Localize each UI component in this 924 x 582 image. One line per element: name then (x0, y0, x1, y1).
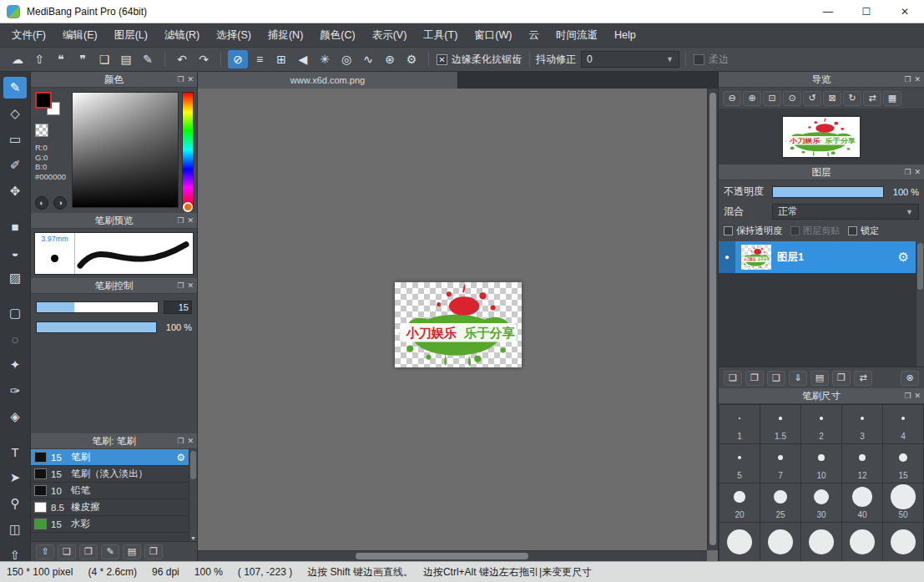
brush-size-cell[interactable]: 5 (720, 444, 760, 483)
brush-folder-icon[interactable]: ▤ (123, 544, 141, 559)
blend-mode-select[interactable]: 正常 ▼ (772, 204, 919, 220)
minimize-button[interactable]: — (809, 0, 847, 23)
saturation-value-picker[interactable] (72, 92, 179, 208)
operation-tool[interactable]: ➤ (3, 467, 27, 488)
brush-list-scrollbar[interactable]: ▼ (189, 449, 197, 541)
edit-document-icon[interactable]: ✎ (138, 50, 158, 68)
scroll-down-arrow[interactable]: ▼ (189, 535, 197, 541)
popout-icon[interactable]: ❐ (904, 392, 911, 400)
menu-item-3[interactable]: 图层(L) (106, 23, 156, 48)
document-list-icon[interactable]: ▤ (116, 50, 136, 68)
scrollbar-thumb[interactable] (190, 451, 196, 479)
brush-size-cell[interactable]: 1 (720, 405, 760, 443)
menu-item-6[interactable]: 捕捉(N) (260, 23, 311, 48)
select-rect-tool[interactable]: ▢ (3, 302, 27, 324)
actual-size-icon[interactable]: ⊙ (783, 91, 801, 106)
menu-item-11[interactable]: 云 (520, 23, 548, 48)
close-icon[interactable]: ✕ (914, 392, 921, 400)
menu-item-7[interactable]: 颜色(C) (311, 23, 363, 48)
hue-bar[interactable] (182, 92, 194, 208)
menu-item-8[interactable]: 表示(V) (364, 23, 416, 48)
flip-horizontal-icon[interactable]: ⇄ (863, 91, 881, 106)
brush-size-cell-partial[interactable] (801, 523, 841, 561)
brush-size-cell[interactable]: 40 (842, 483, 882, 522)
select-pen-tool[interactable]: ✑ (3, 380, 27, 402)
brush-size-cell[interactable]: 4 (883, 405, 923, 443)
brush-size-cell[interactable]: 3 (842, 405, 882, 443)
brush-settings-gear-icon[interactable]: ⚙ (176, 452, 185, 463)
new-layer-icon[interactable]: ❏ (724, 371, 742, 386)
menu-item-13[interactable]: Help (606, 23, 644, 48)
snap-grid-icon[interactable]: ⊞ (271, 50, 291, 68)
rotate-left-icon[interactable]: ↺ (803, 91, 821, 106)
brush-size-cell-partial[interactable] (760, 523, 800, 561)
soft-edge-checkbox[interactable]: 柔边 (694, 53, 729, 67)
brush-size-cell[interactable]: 25 (760, 483, 800, 522)
new-1bit-layer-icon[interactable]: ❑ (767, 371, 785, 386)
fit-screen-icon[interactable]: ⊡ (763, 91, 781, 106)
upload-brush-icon[interactable]: ⇧ (36, 544, 54, 559)
antialias-checkbox-box[interactable]: ✕ (437, 54, 447, 65)
menu-item-9[interactable]: 工具(T) (415, 23, 466, 48)
select-eraser-tool[interactable]: ◈ (3, 406, 27, 428)
text-tool[interactable]: T (3, 441, 27, 463)
undo-icon[interactable]: ↶ (172, 50, 192, 68)
checkbox-box[interactable] (848, 226, 857, 235)
popout-icon[interactable]: ❐ (177, 281, 184, 290)
new-document-icon[interactable]: ❏ (94, 50, 114, 68)
canvas-area[interactable]: 小刀娱乐乐于分享 (198, 89, 718, 561)
gradient-tool[interactable]: ▨ (3, 267, 27, 289)
brush-size-cell[interactable]: 10 (801, 444, 841, 483)
brush-size-cell[interactable]: 1.5 (760, 405, 800, 443)
cloud-icon[interactable]: ☁ (8, 50, 28, 68)
brush-size-cell[interactable]: 2 (801, 405, 841, 443)
new-brush-icon[interactable]: ❏ (58, 544, 76, 559)
brush-size-cell[interactable]: 30 (801, 483, 841, 522)
stabilizer-select[interactable]: 0 ▼ (581, 51, 679, 68)
brush-item[interactable]: 15水彩 (31, 516, 189, 533)
upload-icon[interactable]: ⇧ (29, 50, 49, 68)
snap-vanishing-point-icon[interactable]: ◀ (293, 50, 313, 68)
layer-opacity-slider[interactable] (772, 186, 884, 198)
move-tool[interactable]: ✥ (3, 180, 27, 202)
pen-tool[interactable]: ✐ (3, 154, 27, 176)
transfer-layer-icon[interactable]: ⇄ (854, 371, 872, 386)
menu-item-1[interactable]: 文件(F) (3, 23, 54, 48)
popout-icon[interactable]: ❐ (177, 437, 184, 445)
transparent-color-swatch[interactable] (35, 124, 48, 137)
divide-tool[interactable]: ◫ (3, 519, 27, 540)
duplicate-layer-icon[interactable]: ❒ (832, 371, 851, 386)
snap-parallel-icon[interactable]: ≡ (250, 50, 270, 68)
layer-visibility-icon[interactable]: ● (719, 241, 735, 273)
snap-curve-icon[interactable]: ∿ (358, 50, 378, 68)
snap-settings-icon[interactable]: ⊛ (380, 50, 400, 68)
magic-wand-tool[interactable]: ✦ (3, 354, 27, 376)
layer-row[interactable]: ● 小刀娱乐乐于分享 图层1 ⚙ (719, 241, 916, 273)
layer-list-scrollbar[interactable] (916, 241, 924, 367)
close-icon[interactable]: ✕ (914, 75, 921, 84)
popout-icon[interactable]: ❐ (904, 75, 911, 84)
document-tab[interactable]: www.x6d.com.png (198, 72, 458, 89)
dot-tool[interactable]: ▭ (3, 129, 27, 150)
close-icon[interactable]: ✕ (187, 437, 194, 445)
close-icon[interactable]: ✕ (187, 216, 194, 225)
layer-settings-gear-icon[interactable]: ⚙ (898, 250, 909, 265)
eraser-tool[interactable]: ◇ (3, 103, 27, 124)
duplicate-brush-icon[interactable]: ❒ (144, 544, 163, 559)
brush-size-cell-partial[interactable] (883, 523, 923, 561)
brush-size-cell[interactable]: 20 (720, 483, 760, 522)
brush-opacity-slider[interactable] (36, 321, 157, 333)
comment-list-icon[interactable]: ❞ (73, 50, 93, 68)
redo-icon[interactable]: ↷ (194, 50, 214, 68)
palette-button[interactable]: ◑ (53, 196, 67, 210)
delete-layer-icon[interactable]: ⊗ (901, 371, 919, 386)
canvas-vertical-scrollbar[interactable] (707, 89, 718, 550)
lock-checkbox[interactable]: 锁定 (848, 225, 879, 237)
snap-cross-icon[interactable]: ✳ (315, 50, 335, 68)
brush-size-value[interactable]: 15 (164, 301, 192, 314)
menu-item-2[interactable]: 编辑(E) (54, 23, 106, 48)
brush-item[interactable]: 15笔刷（淡入淡出） (31, 466, 189, 483)
snap-concentric-icon[interactable]: ◎ (336, 50, 356, 68)
scrollbar-thumb[interactable] (917, 243, 923, 290)
comment-icon[interactable]: ❝ (51, 50, 71, 68)
